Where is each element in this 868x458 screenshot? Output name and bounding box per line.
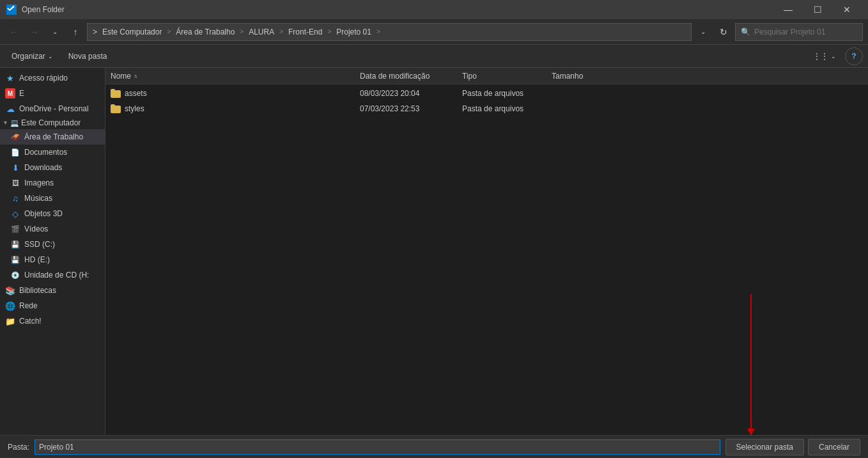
maximize-button[interactable]: ☐ — [803, 0, 832, 19]
search-box: 🔍 — [735, 23, 863, 41]
sidebar-item-images[interactable]: 🖼 Imagens — [0, 175, 105, 191]
breadcrumb-alura[interactable]: ALURA — [246, 26, 277, 38]
breadcrumb-area-trabalho[interactable]: Área de Trabalho — [173, 26, 237, 38]
table-row[interactable]: assets 08/03/2023 20:04 Pasta de arquivo… — [105, 86, 868, 101]
cancel-button[interactable]: Cancelar — [808, 439, 860, 455]
sidebar-item-videos[interactable]: 🎬 Vídeos — [0, 221, 105, 237]
title-bar-left: Open Folder — [6, 4, 65, 15]
organize-chevron-icon: ⌄ — [48, 53, 53, 59]
email-icon: M — [5, 88, 15, 99]
sidebar-label-cd: Unidade de CD (H: — [24, 271, 89, 280]
sidebar-label-este-computador: Este Computador — [21, 118, 81, 127]
view-button[interactable]: ⋮⋮ ⌄ — [807, 48, 842, 65]
sort-arrow-icon: ∧ — [134, 73, 138, 79]
close-button[interactable]: ✕ — [832, 0, 862, 19]
help-button[interactable]: ? — [845, 47, 863, 65]
breadcrumb-dropdown-button[interactable]: ⌄ — [694, 23, 712, 41]
sidebar-label-desktop: Área de Trabalho — [24, 132, 83, 141]
videos-icon: 🎬 — [10, 224, 20, 234]
sidebar-item-music[interactable]: ♫ Músicas — [0, 191, 105, 206]
images-icon: 🖼 — [10, 178, 20, 188]
title-bar-title: Open Folder — [22, 5, 65, 14]
file-type-styles: Pasta de arquivos — [462, 104, 552, 113]
sidebar-label-videos: Vídeos — [24, 225, 48, 233]
ssd-icon: 💾 — [10, 239, 20, 249]
select-folder-button[interactable]: Selecionar pasta — [725, 439, 804, 455]
sidebar-item-documents[interactable]: 📄 Documentos — [0, 145, 105, 160]
network-icon: 🌐 — [5, 301, 15, 311]
sidebar-label-libraries: Bibliotecas — [19, 286, 56, 295]
hd-icon: 💾 — [10, 255, 20, 265]
sidebar: ★ Acesso rápido M E ☁ OneDrive - Persona… — [0, 68, 105, 435]
table-row[interactable]: styles 07/03/2023 22:53 Pasta de arquivo… — [105, 101, 868, 116]
view-icon: ⋮⋮ — [813, 52, 828, 61]
toolbar-right: ⋮⋮ ⌄ ? — [807, 47, 863, 65]
sidebar-item-3d[interactable]: ◇ Objetos 3D — [0, 206, 105, 221]
music-icon: ♫ — [10, 193, 20, 203]
desktop-icon: 🛷 — [10, 132, 20, 142]
file-date-assets: 08/03/2023 20:04 — [360, 89, 462, 98]
file-type-assets: Pasta de arquivos — [462, 89, 552, 98]
minimize-button[interactable]: — — [773, 0, 803, 19]
sidebar-item-email[interactable]: M E — [0, 86, 105, 101]
sidebar-item-onedrive[interactable]: ☁ OneDrive - Personal — [0, 101, 105, 116]
computer-icon: 💻 — [10, 118, 20, 128]
sidebar-label-onedrive: OneDrive - Personal — [19, 104, 89, 113]
sidebar-item-quick-access[interactable]: ★ Acesso rápido — [0, 70, 105, 86]
new-folder-label: Nova pasta — [68, 52, 107, 61]
bottom-bar: Pasta: Selecionar pasta Cancelar — [0, 435, 868, 458]
documents-icon: 📄 — [10, 147, 20, 157]
toolbar: Organizar ⌄ Nova pasta ⋮⋮ ⌄ ? — [0, 45, 868, 68]
new-folder-button[interactable]: Nova pasta — [62, 48, 114, 65]
catch-icon: 📁 — [5, 316, 15, 326]
sidebar-item-desktop[interactable]: 🛷 Área de Trabalho — [0, 129, 105, 145]
sidebar-label-3d: Objetos 3D — [24, 209, 63, 218]
breadcrumb-bar: > Este Computador > Área de Trabalho > A… — [87, 23, 692, 41]
forward-button[interactable]: → — [26, 23, 43, 41]
back-button[interactable]: ← — [5, 23, 23, 41]
bottom-buttons: Selecionar pasta Cancelar — [725, 439, 860, 455]
search-input[interactable] — [754, 28, 857, 36]
col-header-size[interactable]: Tamanho — [552, 72, 616, 81]
sidebar-item-catch[interactable]: 📁 Catch! — [0, 313, 105, 329]
sidebar-item-downloads[interactable]: ⬇ Downloads — [0, 160, 105, 175]
sidebar-label-documents: Documentos — [24, 148, 67, 157]
search-icon: 🔍 — [741, 28, 750, 36]
folder-input[interactable] — [35, 439, 720, 455]
sidebar-item-este-computador[interactable]: ▼ 💻 Este Computador — [0, 116, 105, 129]
quick-access-icon: ★ — [5, 73, 15, 83]
breadcrumb-projeto01[interactable]: Projeto 01 — [334, 26, 374, 38]
col-header-type[interactable]: Tipo — [462, 72, 552, 81]
title-bar-controls: — ☐ ✕ — [773, 0, 862, 19]
breadcrumb-frontend[interactable]: Front-End — [286, 26, 325, 38]
dropdown-button[interactable]: ⌄ — [46, 23, 64, 41]
title-bar: Open Folder — ☐ ✕ — [0, 0, 868, 19]
refresh-button[interactable]: ↻ — [715, 23, 732, 41]
sidebar-label-downloads: Downloads — [24, 163, 62, 172]
organize-button[interactable]: Organizar ⌄ — [5, 48, 59, 65]
sidebar-label-images: Imagens — [24, 178, 54, 187]
main-content: ★ Acesso rápido M E ☁ OneDrive - Persona… — [0, 68, 868, 435]
sidebar-label-email: E — [19, 89, 24, 98]
expand-icon: ▼ — [3, 120, 8, 126]
sidebar-item-hd[interactable]: 💾 HD (E:) — [0, 252, 105, 267]
sidebar-item-cd[interactable]: 💿 Unidade de CD (H: — [0, 267, 105, 283]
toolbar-left: Organizar ⌄ Nova pasta — [5, 48, 113, 65]
file-list: assets 08/03/2023 20:04 Pasta de arquivo… — [105, 84, 868, 435]
view-chevron-icon: ⌄ — [831, 53, 836, 59]
breadcrumb-este-computador[interactable]: Este Computador — [100, 26, 164, 38]
up-button[interactable]: ↑ — [66, 23, 84, 41]
sidebar-label-quick-access: Acesso rápido — [19, 74, 68, 83]
address-bar: ← → ⌄ ↑ > Este Computador > Área de Trab… — [0, 19, 868, 45]
app-icon — [6, 4, 17, 15]
file-name-assets: assets — [111, 89, 360, 98]
file-name-styles: styles — [111, 104, 360, 113]
organize-label: Organizar — [12, 52, 45, 61]
sidebar-label-catch: Catch! — [19, 317, 42, 326]
sidebar-label-network: Rede — [19, 301, 38, 310]
col-header-name[interactable]: Nome ∧ — [111, 72, 360, 81]
sidebar-item-network[interactable]: 🌐 Rede — [0, 298, 105, 313]
sidebar-item-ssd[interactable]: 💾 SSD (C:) — [0, 237, 105, 252]
sidebar-item-libraries[interactable]: 📚 Bibliotecas — [0, 283, 105, 298]
col-header-date[interactable]: Data de modificação — [360, 72, 462, 81]
